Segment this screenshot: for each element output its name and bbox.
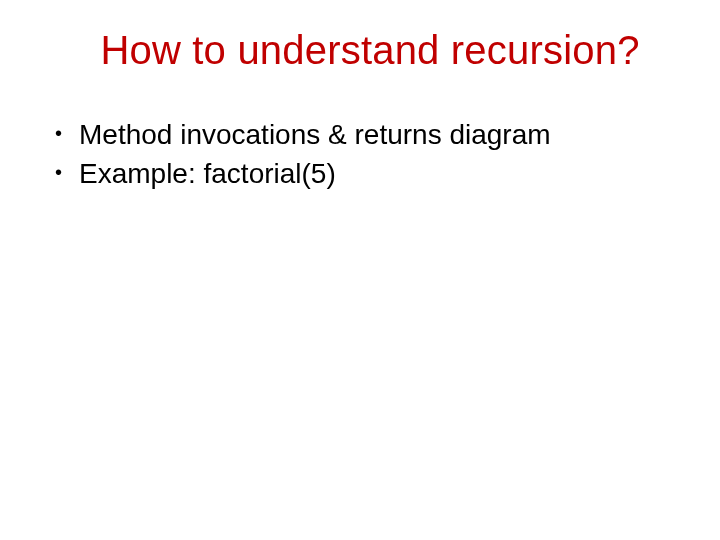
slide-container: How to understand recursion? • Method in… <box>0 0 720 540</box>
bullet-list: • Method invocations & returns diagram •… <box>55 117 665 191</box>
bullet-text: Example: factorial(5) <box>79 156 665 191</box>
slide-title: How to understand recursion? <box>75 28 665 73</box>
list-item: • Example: factorial(5) <box>55 156 665 191</box>
bullet-text: Method invocations & returns diagram <box>79 117 665 152</box>
bullet-icon: • <box>55 156 79 188</box>
list-item: • Method invocations & returns diagram <box>55 117 665 152</box>
bullet-icon: • <box>55 117 79 149</box>
